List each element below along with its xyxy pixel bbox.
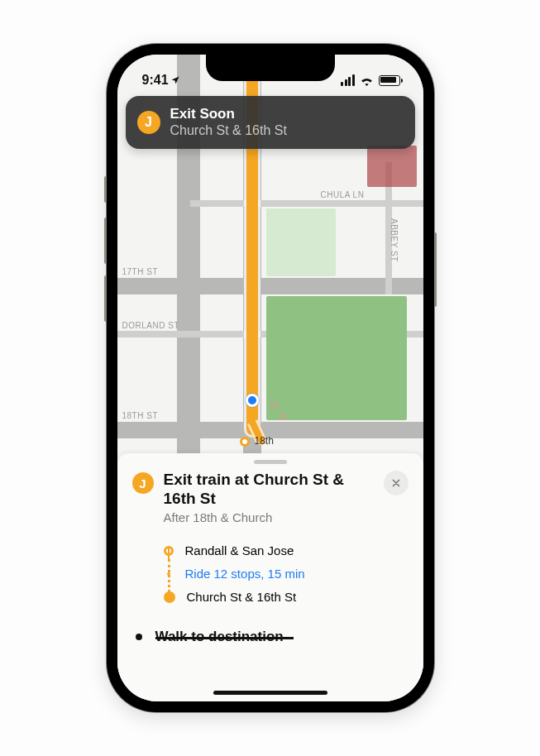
status-time-text: 9:41 — [142, 73, 169, 88]
transit-line-badge: J — [132, 472, 154, 494]
walk-step-label: Walk to destination — [155, 629, 284, 645]
building — [367, 146, 417, 187]
banner-subtitle: Church St & 16th St — [170, 122, 287, 138]
stop-destination: Church St & 16th St — [164, 586, 409, 609]
stop-origin-label: Randall & San Jose — [185, 543, 294, 557]
silent-switch — [104, 176, 107, 203]
battery-icon — [379, 75, 400, 86]
stops-list: Randall & San Jose Ride 12 stops, 15 min… — [164, 539, 409, 609]
exit-soon-banner[interactable]: J Exit Soon Church St & 16th St — [126, 96, 415, 149]
street-label: CHULA LN — [321, 190, 365, 199]
transit-stop-label: 18th — [255, 435, 274, 447]
wifi-icon — [360, 75, 374, 86]
ride-summary-label: Ride 12 stops, 15 min — [185, 567, 305, 581]
walk-node-icon — [136, 634, 142, 640]
user-location-dot — [246, 394, 259, 407]
street-label: 17TH ST — [122, 267, 159, 276]
screen: 9:41 17TH ST 18TH ST DOR — [117, 55, 423, 701]
transit-line-badge: J — [137, 111, 160, 134]
poi-marker — [271, 402, 278, 409]
location-arrow-icon — [170, 75, 180, 85]
street-label: 18TH ST — [122, 411, 159, 420]
stop-destination-label: Church St & 16th St — [187, 590, 297, 604]
iphone-device-frame: 9:41 17TH ST 18TH ST DOR — [107, 44, 434, 712]
street-label: DORLAND ST — [122, 321, 179, 330]
park-area — [266, 208, 336, 276]
close-icon — [391, 478, 401, 488]
sheet-grabber[interactable] — [254, 460, 287, 464]
street-label: ABBEY ST — [389, 218, 399, 262]
volume-up-button — [104, 218, 107, 264]
park-area — [266, 296, 407, 420]
ride-summary[interactable]: Ride 12 stops, 15 min — [164, 562, 409, 586]
status-time: 9:41 — [142, 73, 180, 88]
road — [117, 278, 423, 294]
transit-stop-marker — [240, 437, 250, 447]
step-title: Exit train at Church St & 16th St — [164, 471, 370, 509]
poi-marker — [280, 414, 286, 420]
close-button[interactable] — [384, 471, 409, 495]
step-subtitle: After 18th & Church — [164, 510, 370, 524]
notch — [206, 55, 335, 81]
volume-down-button — [104, 275, 107, 322]
side-button — [434, 232, 437, 307]
walk-step[interactable]: Walk to destination — [136, 629, 409, 645]
banner-title: Exit Soon — [170, 106, 287, 122]
stop-origin: Randall & San Jose — [164, 539, 409, 562]
home-indicator[interactable] — [213, 691, 327, 695]
cellular-signal-icon — [341, 74, 355, 86]
directions-sheet[interactable]: J Exit train at Church St & 16th St Afte… — [117, 453, 423, 701]
